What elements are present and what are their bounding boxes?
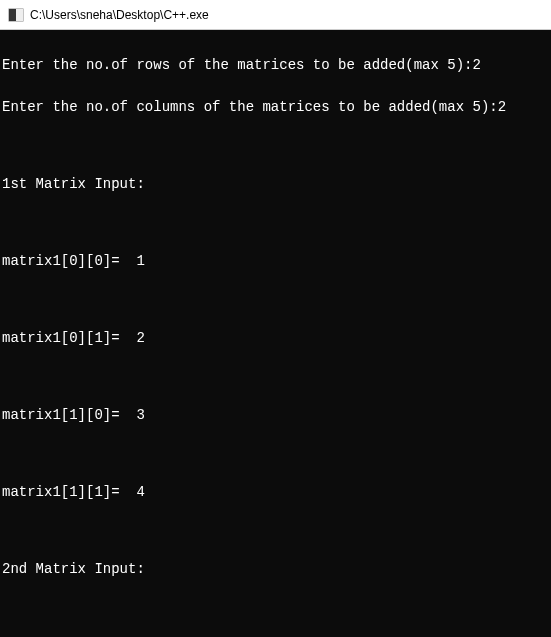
window-title: C:\Users\sneha\Desktop\C++.exe — [30, 8, 209, 22]
matrix1-header: 1st Matrix Input: — [2, 174, 549, 195]
matrix2-header: 2nd Matrix Input: — [2, 559, 549, 580]
window-title-bar: C:\Users\sneha\Desktop\C++.exe — [0, 0, 551, 30]
blank-line — [2, 216, 549, 230]
blank-line — [2, 447, 549, 461]
matrix1-cell-10: matrix1[1][0]= 3 — [2, 405, 549, 426]
console-icon — [8, 7, 24, 23]
matrix1-cell-11: matrix1[1][1]= 4 — [2, 482, 549, 503]
blank-line — [2, 524, 549, 538]
blank-line — [2, 293, 549, 307]
svg-rect-2 — [16, 9, 23, 21]
prompt-cols: Enter the no.of columns of the matrices … — [2, 97, 549, 118]
console-output[interactable]: Enter the no.of rows of the matrices to … — [0, 30, 551, 637]
matrix1-cell-01: matrix1[0][1]= 2 — [2, 328, 549, 349]
blank-line — [2, 601, 549, 615]
prompt-rows: Enter the no.of rows of the matrices to … — [2, 55, 549, 76]
blank-line — [2, 370, 549, 384]
blank-line — [2, 139, 549, 153]
svg-rect-1 — [9, 9, 16, 21]
matrix1-cell-00: matrix1[0][0]= 1 — [2, 251, 549, 272]
